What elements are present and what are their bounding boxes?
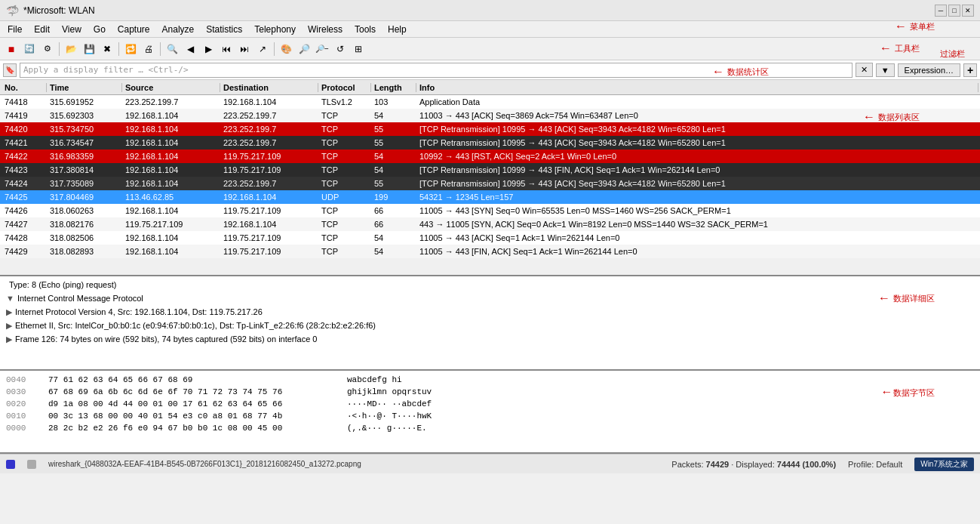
find-btn[interactable]: 🔍 — [164, 41, 180, 57]
packet-row[interactable]: 74423317.380814192.168.1.104119.75.217.1… — [0, 163, 980, 177]
packet-row[interactable]: 74421316.734547192.168.1.104223.252.199.… — [0, 136, 980, 149]
expand-icon[interactable]: ▼ — [6, 294, 14, 303]
pkt-cell-dst: 119.75.217.109 — [220, 152, 318, 161]
packet-row[interactable]: 74418315.691952223.252.199.7192.168.1.10… — [0, 95, 980, 109]
pkt-cell-time: 317.380814 — [47, 165, 122, 174]
resize-columns-btn[interactable]: ⊞ — [350, 41, 367, 57]
menu-item-file[interactable]: File — [2, 23, 28, 36]
expand-icon[interactable]: ▶ — [6, 321, 12, 331]
col-length[interactable]: Length — [371, 83, 416, 92]
pkt-cell-proto: TLSv1.2 — [318, 97, 371, 106]
save-file-btn[interactable]: 💾 — [81, 41, 97, 57]
byte-row: 004077 61 62 63 64 65 66 67 68 69wabcdef… — [6, 374, 974, 386]
col-time[interactable]: Time — [47, 83, 122, 92]
pkt-cell-time: 317.804469 — [47, 193, 122, 202]
menu-item-view[interactable]: View — [56, 23, 88, 36]
go-first-btn[interactable]: ⏮ — [218, 41, 235, 57]
menu-item-go[interactable]: Go — [88, 23, 112, 36]
pkt-cell-info: 443 → 11005 [SYN, ACK] Seq=0 Ack=1 Win=8… — [416, 220, 978, 229]
filterbar-annotation: 过滤栏 — [940, 48, 965, 60]
close-file-btn[interactable]: ✖ — [99, 41, 115, 57]
detail-text: Frame 126: 74 bytes on wire (592 bits), … — [15, 334, 318, 344]
pkt-cell-info: [TCP Retransmission] 10999 → 443 [FIN, A… — [416, 165, 978, 174]
menu-item-statistics[interactable]: Statistics — [200, 23, 248, 36]
col-no[interactable]: No. — [2, 83, 47, 92]
byte-ascii: ·<·h··@· T····hwK — [347, 411, 432, 421]
packet-row[interactable]: 74422316.983359192.168.1.104119.75.217.1… — [0, 149, 980, 163]
menu-item-telephony[interactable]: Telephony — [248, 23, 302, 36]
packet-row[interactable]: 74425317.804469113.46.62.85192.168.1.104… — [0, 190, 980, 204]
minimize-btn[interactable]: ─ — [935, 5, 947, 17]
status-profile: Profile: Default — [848, 460, 902, 469]
packet-row[interactable]: 74427318.082176119.75.217.109192.168.1.1… — [0, 217, 980, 231]
menubar-annotation: ← 菜单栏 — [895, 20, 935, 33]
pkt-cell-time: 315.692303 — [47, 111, 122, 120]
menu-item-capture[interactable]: Capture — [112, 23, 156, 36]
window-title: *Microsoft: WLAN — [23, 5, 95, 16]
col-info[interactable]: Info — [416, 83, 978, 92]
filter-arrow-btn[interactable]: ▼ — [876, 63, 895, 77]
packet-row[interactable]: 74420315.734750192.168.1.104223.252.199.… — [0, 122, 980, 136]
packetdetail-annotation: ← 数据详细区 — [878, 291, 935, 305]
col-protocol[interactable]: Protocol — [318, 83, 371, 92]
detail-text: Ethernet II, Src: IntelCor_b0:b0:1c (e0:… — [15, 321, 376, 330]
pkt-cell-len: 54 — [371, 165, 416, 174]
byte-ascii: ghijklmn opqrstuv — [347, 387, 432, 396]
col-destination[interactable]: Destination — [220, 83, 318, 92]
capture-options-btn[interactable]: ⚙ — [39, 41, 56, 57]
reload-btn[interactable]: 🔁 — [122, 41, 139, 57]
detail-row[interactable]: ▼Internet Control Message Protocol — [0, 291, 980, 305]
detail-row[interactable]: ▶Ethernet II, Src: IntelCor_b0:b0:1c (e0… — [0, 319, 980, 332]
open-file-btn[interactable]: 📂 — [63, 41, 79, 57]
zoom-out-btn[interactable]: 🔎− — [314, 41, 330, 57]
packet-row[interactable]: 74428318.082506192.168.1.104119.75.217.1… — [0, 231, 980, 245]
pkt-cell-src: 192.168.1.104 — [122, 206, 220, 215]
detail-text: Internet Control Message Protocol — [17, 294, 143, 303]
go-last-btn[interactable]: ⏭ — [236, 41, 253, 57]
pkt-cell-src: 192.168.1.104 — [122, 247, 220, 256]
menu-item-edit[interactable]: Edit — [28, 23, 56, 36]
filter-clear-btn[interactable]: ✕ — [856, 63, 873, 77]
byte-row: 0020d9 1a 08 00 4d 44 00 01 00 17 61 62 … — [6, 398, 974, 410]
menu-item-analyze[interactable]: Analyze — [156, 23, 201, 36]
expression-btn[interactable]: Expression… — [898, 63, 960, 77]
filter-bookmark-btn[interactable]: 🔖 — [3, 63, 17, 77]
pkt-cell-len: 54 — [371, 152, 416, 161]
expand-icon[interactable]: ▶ — [6, 307, 12, 317]
menu-item-tools[interactable]: Tools — [349, 23, 382, 36]
packet-row[interactable]: 74426318.060263192.168.1.104119.75.217.1… — [0, 204, 980, 217]
pkt-cell-src: 223.252.199.7 — [122, 97, 220, 106]
packet-row[interactable]: 74424317.735089192.168.1.104223.252.199.… — [0, 177, 980, 190]
maximize-btn[interactable]: □ — [948, 5, 960, 17]
pkt-cell-len: 55 — [371, 138, 416, 147]
pkt-cell-dst: 119.75.217.109 — [220, 206, 318, 215]
print-btn[interactable]: 🖨 — [140, 41, 157, 57]
color-rules-btn[interactable]: 🎨 — [278, 41, 294, 57]
detail-row[interactable]: ▶Internet Protocol Version 4, Src: 192.1… — [0, 305, 980, 319]
packet-row[interactable]: 74429318.082893192.168.1.104119.75.217.1… — [0, 245, 980, 258]
menu-item-wireless[interactable]: Wireless — [302, 23, 349, 36]
zoom-in-btn[interactable]: 🔎 — [296, 41, 312, 57]
pkt-cell-no: 74423 — [2, 165, 47, 174]
detail-row[interactable]: Type: 8 (Echo (ping) request) — [0, 278, 980, 291]
col-source[interactable]: Source — [122, 83, 220, 92]
pkt-cell-time: 318.060263 — [47, 206, 122, 215]
pkt-cell-src: 113.46.62.85 — [122, 193, 220, 202]
menu-item-help[interactable]: Help — [382, 23, 413, 36]
pkt-cell-no: 74419 — [2, 111, 47, 120]
start-capture-btn[interactable]: 🔄 — [21, 41, 38, 57]
goto-packet-btn[interactable]: ↗ — [254, 41, 271, 57]
zoom-normal-btn[interactable]: ↺ — [332, 41, 349, 57]
stop-capture-btn[interactable]: ■ — [3, 41, 20, 57]
packet-row[interactable]: 74419315.692303192.168.1.104223.252.199.… — [0, 109, 980, 122]
close-btn[interactable]: ✕ — [962, 5, 974, 17]
go-forward-btn[interactable]: ▶ — [200, 41, 217, 57]
expand-icon[interactable]: ▶ — [6, 334, 12, 344]
add-filter-btn[interactable]: + — [963, 63, 977, 77]
pkt-cell-time: 316.734547 — [47, 138, 122, 147]
go-back-btn[interactable]: ◀ — [182, 41, 198, 57]
pkt-cell-src: 192.168.1.104 — [122, 125, 220, 134]
detail-row[interactable]: ▶Frame 126: 74 bytes on wire (592 bits),… — [0, 332, 980, 346]
pkt-cell-dst: 119.75.217.109 — [220, 247, 318, 256]
pkt-cell-time: 315.734750 — [47, 125, 122, 134]
